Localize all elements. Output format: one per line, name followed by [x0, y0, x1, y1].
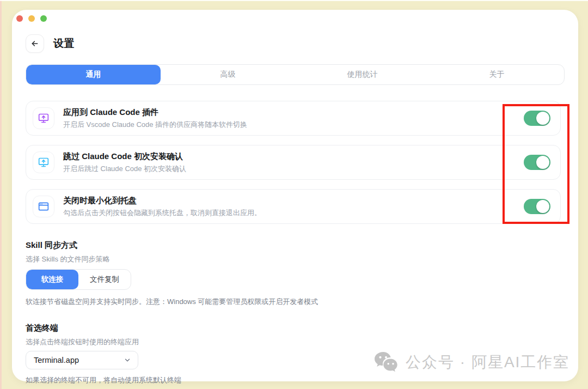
card-title: 关闭时最小化到托盘 [63, 196, 261, 206]
page-header: 设置 [26, 34, 565, 53]
card-description: 勾选后点击关闭按钮会隐藏到系统托盘，取消则直接退出应用。 [63, 208, 261, 218]
arrow-left-icon [30, 39, 39, 48]
monitor-up-icon [33, 151, 54, 173]
chevron-down-icon [124, 356, 131, 364]
tab-bar: 通用 高级 使用统计 关于 [26, 64, 565, 85]
card-skip-claude-code-install-confirm: 跳过 Claude Code 初次安装确认 开启后跳过 Claude Code … [26, 145, 561, 180]
skill-sync-section: Skill 同步方式 选择 Skills 的文件同步策略 软连接 文件复制 软连… [26, 240, 565, 307]
traffic-lights [16, 15, 47, 22]
tab-usage-stats[interactable]: 使用统计 [295, 65, 430, 84]
minimize-window-icon[interactable] [28, 15, 35, 22]
card-apply-claude-code-plugin: 应用到 Claude Code 插件 开启后 Vscode Claude Cod… [26, 101, 561, 136]
toggle-knob [536, 112, 549, 125]
segment-file-copy[interactable]: 文件复制 [78, 270, 131, 289]
settings-window: 设置 通用 高级 使用统计 关于 应用到 Claude Code 插件 开启后 … [12, 10, 578, 381]
preferred-terminal-title: 首选终端 [26, 323, 565, 333]
monitor-up-icon [33, 107, 54, 129]
tab-general[interactable]: 通用 [26, 65, 161, 84]
page-title: 设置 [53, 37, 75, 51]
back-button[interactable] [26, 34, 44, 53]
terminal-select[interactable]: Terminal.app [26, 351, 138, 369]
card-title: 跳过 Claude Code 初次安装确认 [63, 151, 186, 162]
zoom-window-icon[interactable] [40, 15, 47, 22]
toggle-knob [536, 156, 549, 169]
skill-sync-subtitle: 选择 Skills 的文件同步策略 [26, 254, 565, 264]
toggle-card-list: 应用到 Claude Code 插件 开启后 Vscode Claude Cod… [26, 101, 565, 224]
app-window-icon [33, 196, 54, 217]
segment-symlink[interactable]: 软连接 [26, 270, 78, 289]
toggle-switch[interactable] [524, 155, 550, 170]
skill-sync-segmented-control: 软连接 文件复制 [26, 269, 131, 290]
preferred-terminal-note: 如果选择的终端不可用，将自动使用系统默认终端 [26, 375, 565, 385]
toggle-knob [536, 200, 549, 213]
watermark: 公众号 · 阿星AI工作室 [373, 351, 569, 374]
card-minimize-to-tray: 关闭时最小化到托盘 勾选后点击关闭按钮会隐藏到系统托盘，取消则直接退出应用。 [26, 189, 561, 224]
toggle-switch[interactable] [524, 111, 550, 126]
watermark-text: 公众号 · 阿星AI工作室 [406, 352, 569, 373]
terminal-select-value: Terminal.app [34, 356, 79, 364]
tab-about[interactable]: 关于 [430, 65, 564, 84]
skill-sync-note: 软连接节省磁盘空间并支持实时同步。注意：Windows 可能需要管理员权限或开启… [26, 297, 565, 307]
skill-sync-title: Skill 同步方式 [26, 240, 565, 251]
preferred-terminal-subtitle: 选择点击终端按钮时使用的终端应用 [26, 337, 565, 347]
tab-advanced[interactable]: 高级 [161, 65, 295, 84]
card-description: 开启后 Vscode Claude Code 插件的供应商将随本软件切换 [63, 120, 247, 130]
card-title: 应用到 Claude Code 插件 [63, 107, 247, 118]
settings-content: 设置 通用 高级 使用统计 关于 应用到 Claude Code 插件 开启后 … [12, 10, 578, 381]
close-window-icon[interactable] [16, 15, 23, 22]
wechat-icon [373, 351, 399, 374]
toggle-switch[interactable] [524, 199, 550, 214]
card-description: 开启后跳过 Claude Code 初次安装确认 [63, 164, 186, 174]
